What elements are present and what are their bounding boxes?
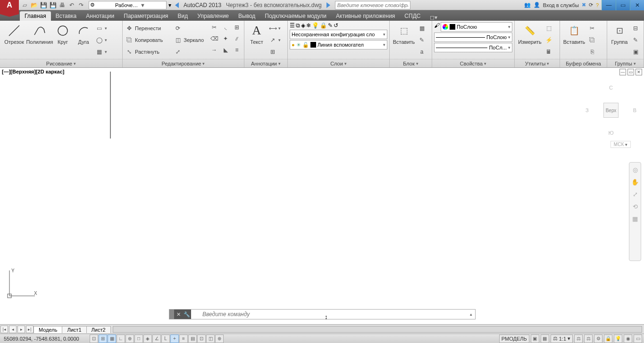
- measure-button[interactable]: 📏 Измерить: [517, 22, 543, 45]
- undo-icon[interactable]: ↶: [68, 1, 75, 9]
- sheet-prev-icon[interactable]: ◂: [9, 326, 17, 333]
- group-bb-button[interactable]: ▣: [631, 47, 640, 57]
- arc-button[interactable]: Дуга: [74, 22, 93, 45]
- cut-button[interactable]: ✂: [587, 23, 597, 33]
- calc-button[interactable]: 🖩: [544, 47, 553, 57]
- polar-button[interactable]: ⊕: [125, 335, 134, 343]
- rectangle-button[interactable]: ▭▾: [94, 23, 108, 33]
- viewcube-wcs[interactable]: МСК ▾: [611, 141, 631, 148]
- color-selector[interactable]: ПоСлою▾: [441, 22, 512, 32]
- tab-view[interactable]: Вид: [173, 11, 193, 21]
- stretch-button[interactable]: ⤡Растянуть: [125, 47, 172, 57]
- leader-button[interactable]: ↗▾: [268, 35, 282, 45]
- text-button[interactable]: A Текст: [246, 22, 267, 45]
- am-button[interactable]: ⊕: [215, 335, 224, 343]
- command-input[interactable]: [191, 310, 475, 319]
- lwt-button[interactable]: ≡: [179, 335, 188, 343]
- open-icon[interactable]: 📂: [30, 1, 38, 9]
- sheet-last-icon[interactable]: ▸|: [26, 326, 33, 333]
- panel-groups-title[interactable]: Группы▾: [607, 59, 644, 67]
- table-button[interactable]: ⊞: [268, 47, 282, 57]
- dyn-button[interactable]: +: [170, 335, 179, 343]
- extend-button[interactable]: →: [209, 45, 219, 55]
- maximize-button[interactable]: ▭: [616, 0, 630, 10]
- hatch-button[interactable]: ▦▾: [94, 47, 108, 57]
- snap-button[interactable]: ⊞: [99, 335, 107, 343]
- tab-parametric[interactable]: Параметризация: [119, 11, 173, 21]
- sheet-2[interactable]: Лист2: [86, 326, 111, 333]
- search-input[interactable]: [335, 1, 410, 9]
- sheet-1[interactable]: Лист1: [62, 326, 86, 333]
- app-menu-button[interactable]: A: [0, 0, 19, 10]
- grid-button[interactable]: ▦: [108, 335, 116, 343]
- copybase-button[interactable]: ⎘: [587, 47, 597, 57]
- rotate-button[interactable]: ⟳: [173, 23, 208, 33]
- sheet-first-icon[interactable]: |◂: [0, 326, 8, 333]
- linetype-selector[interactable]: ПоСл...▾: [434, 43, 512, 52]
- select-all-button[interactable]: ⬚: [544, 23, 553, 33]
- ellipse-button[interactable]: ◯▾: [94, 35, 108, 45]
- save-icon[interactable]: 💾: [40, 1, 47, 9]
- scale-button[interactable]: ⤢: [173, 47, 208, 57]
- chamfer-button[interactable]: ◣: [220, 45, 231, 55]
- align-button[interactable]: ≡: [232, 45, 242, 55]
- cmdline-config-icon[interactable]: 🔧: [183, 310, 191, 319]
- hardware-accel-icon[interactable]: 💡: [614, 335, 622, 343]
- qp-button[interactable]: ⊡: [197, 335, 206, 343]
- plot-icon[interactable]: 🖶: [59, 1, 66, 9]
- vp-minimize-icon[interactable]: —: [619, 69, 626, 75]
- drawing-area[interactable]: [—][Верхняя][2D каркас] — ▭ ✕ С Ю З В Ве…: [0, 68, 644, 324]
- trim-button[interactable]: ✂: [209, 22, 219, 33]
- explode-button[interactable]: ✦: [220, 33, 231, 44]
- layer-off-icon[interactable]: 💡: [312, 22, 319, 29]
- workspace-selector[interactable]: ⚙ Рабочее пространство... ▼: [89, 1, 167, 9]
- layer-prev-icon[interactable]: ↺: [334, 22, 338, 29]
- quickview-layouts-icon[interactable]: ▣: [531, 335, 539, 343]
- circle-button[interactable]: Круг: [53, 22, 73, 45]
- prev-doc-icon[interactable]: [175, 2, 179, 8]
- line-button[interactable]: Отрезок: [2, 22, 26, 45]
- viewcube-w[interactable]: З: [585, 107, 589, 113]
- panel-utilities-title[interactable]: Утилиты▾: [515, 59, 560, 67]
- login-label[interactable]: Вход в службы: [543, 2, 579, 8]
- tab-manage[interactable]: Управление: [192, 11, 234, 21]
- edit-attr-button[interactable]: a: [417, 47, 427, 57]
- erase-button[interactable]: ⌫: [209, 33, 219, 44]
- space-label[interactable]: РМОДЕЛЬ: [499, 335, 529, 343]
- workspace-switch-icon[interactable]: ⚙: [594, 335, 602, 343]
- panel-properties-title[interactable]: Свойства▾: [432, 59, 514, 67]
- layer-freeze-icon[interactable]: ❄: [306, 22, 311, 29]
- current-layer-selector[interactable]: ● ☀ 🔓 Линия вспомогател▾: [290, 40, 387, 49]
- tpy-button[interactable]: ▤: [188, 335, 197, 343]
- tab-output[interactable]: Вывод: [234, 11, 260, 21]
- create-block-button[interactable]: ▦: [417, 23, 427, 33]
- panel-block-title[interactable]: Блок▾: [390, 59, 432, 67]
- sheet-next-icon[interactable]: ▸: [17, 326, 25, 333]
- panel-annotation-title[interactable]: Аннотации▾: [244, 59, 287, 67]
- ortho-button[interactable]: ∟: [117, 335, 125, 343]
- array-button[interactable]: ⊞: [232, 22, 242, 33]
- sc-button[interactable]: ◫: [206, 335, 215, 343]
- anno-scale[interactable]: ⚖ 1:1 ▾: [551, 335, 573, 343]
- otrack-button[interactable]: ∠: [152, 335, 161, 343]
- steering-wheel-icon[interactable]: ◎: [631, 165, 639, 174]
- offset-button[interactable]: ⫽: [232, 33, 242, 44]
- infer-button[interactable]: ⊡: [90, 335, 98, 343]
- viewcube-top[interactable]: Верх: [603, 103, 619, 118]
- copy-clip-button[interactable]: ⿻: [587, 35, 597, 45]
- cmdline-grip[interactable]: [169, 310, 174, 319]
- panel-modify-title[interactable]: Редактирование▾: [123, 59, 244, 67]
- insert-block-button[interactable]: ⬚ Вставить: [392, 22, 416, 45]
- panel-draw-title[interactable]: Рисование▾: [0, 59, 122, 67]
- tab-annotate[interactable]: Аннотации: [81, 11, 119, 21]
- pan-icon[interactable]: ✋: [631, 178, 639, 186]
- cmdline-close-icon[interactable]: ✕: [174, 310, 183, 319]
- toolbar-lock-icon[interactable]: 🔒: [604, 335, 612, 343]
- group-edit-button[interactable]: ✎: [631, 35, 640, 45]
- vp-maximize-icon[interactable]: ▭: [627, 69, 634, 75]
- layer-iso-icon[interactable]: ◈: [301, 22, 305, 29]
- ribbon-minimize-icon[interactable]: ◻▾: [430, 14, 437, 21]
- coordinates[interactable]: 55089.0294, -7548.6381, 0.0000: [0, 336, 90, 342]
- anno-vis-icon[interactable]: ⚖: [574, 335, 583, 343]
- close-button[interactable]: ✕: [630, 0, 644, 10]
